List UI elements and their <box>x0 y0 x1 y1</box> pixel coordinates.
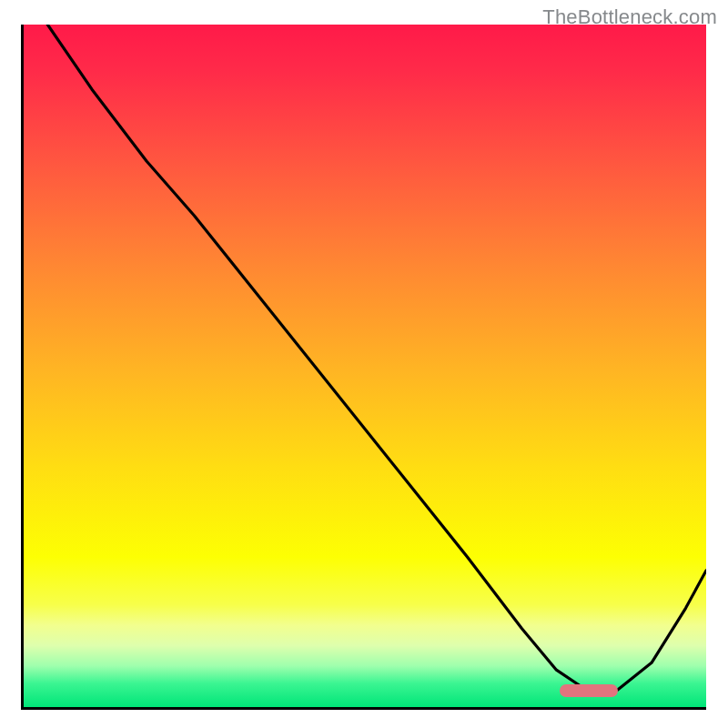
optimal-range-marker <box>560 684 618 697</box>
plot-area <box>24 25 706 707</box>
bottleneck-curve <box>24 25 706 707</box>
